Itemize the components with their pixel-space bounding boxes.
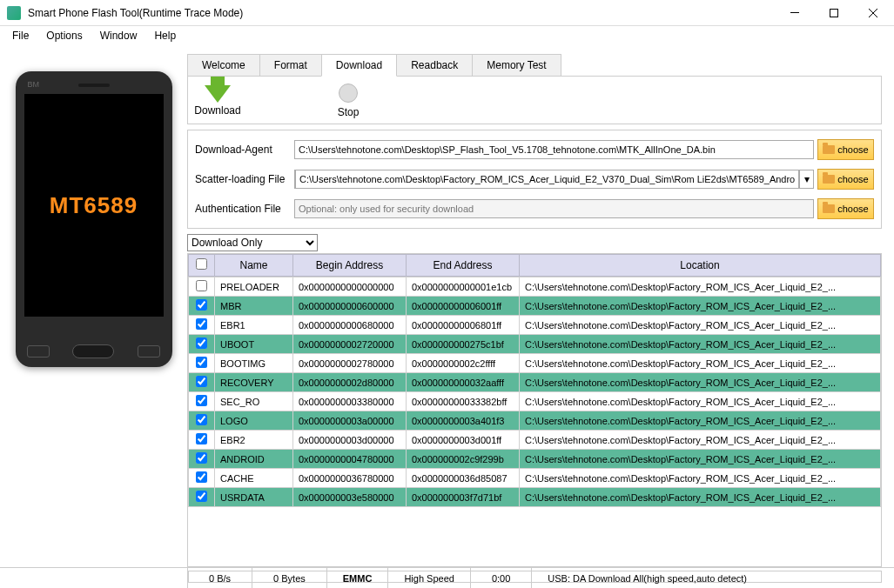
row-location: C:\Users\tehnotone.com\Desktop\Factory_R… [520, 469, 881, 488]
da-choose-button[interactable]: choose [817, 139, 874, 160]
row-end: 0x000000003f7d71bf [407, 488, 520, 507]
row-checkbox[interactable] [196, 299, 207, 311]
col-name[interactable]: Name [215, 255, 293, 277]
row-checkbox[interactable] [196, 471, 207, 483]
auth-choose-button[interactable]: choose [817, 198, 874, 219]
table-row[interactable]: CACHE0x00000000367800000x0000000036d8508… [189, 469, 881, 488]
svg-rect-0 [790, 12, 799, 13]
status-bytes: 0 Bytes [252, 568, 327, 588]
maximize-button[interactable] [814, 0, 853, 25]
row-begin: 0x0000000003d00000 [293, 431, 407, 450]
row-checkbox[interactable] [196, 395, 207, 406]
row-end: 0x00000000033382bff [407, 392, 520, 411]
menu-help[interactable]: Help [145, 28, 185, 43]
table-row[interactable]: BOOTIMG0x00000000027800000x0000000002c2f… [189, 354, 881, 373]
phone-speaker [78, 84, 110, 87]
row-begin: 0x0000000000000000 [293, 277, 407, 297]
row-end: 0x0000000000001e1cb [407, 277, 520, 297]
table-row[interactable]: LOGO0x0000000003a000000x0000000003a401f3… [189, 411, 881, 431]
select-all-checkbox[interactable] [196, 258, 207, 270]
row-checkbox[interactable] [196, 357, 207, 368]
row-location: C:\Users\tehnotone.com\Desktop\Factory_R… [520, 450, 881, 469]
tab-download[interactable]: Download [321, 54, 397, 77]
row-checkbox[interactable] [196, 433, 207, 444]
row-name: ANDROID [215, 450, 293, 469]
phone-screen: MT6589 [24, 94, 164, 317]
svg-rect-1 [830, 9, 837, 17]
titlebar: Smart Phone Flash Tool(Runtime Trace Mod… [0, 0, 894, 26]
row-checkbox[interactable] [196, 414, 207, 425]
row-location: C:\Users\tehnotone.com\Desktop\Factory_R… [520, 411, 881, 431]
menu-hw-button [27, 345, 50, 357]
tab-memory-test[interactable]: Memory Test [472, 54, 561, 76]
row-checkbox[interactable] [196, 491, 207, 502]
row-checkbox[interactable] [196, 452, 207, 464]
row-checkbox[interactable] [196, 280, 207, 291]
row-name: USRDATA [215, 488, 293, 507]
col-begin[interactable]: Begin Address [293, 255, 407, 277]
menu-file[interactable]: File [3, 28, 37, 43]
main-tabs: Welcome Format Download Readback Memory … [187, 54, 882, 77]
status-storage: EMMC [327, 568, 389, 588]
col-location[interactable]: Location [520, 255, 881, 277]
folder-icon [823, 204, 835, 213]
menu-options[interactable]: Options [37, 28, 91, 43]
row-name: SEC_RO [215, 392, 293, 411]
row-end: 0x0000000003d001ff [407, 431, 520, 450]
table-row[interactable]: SEC_RO0x00000000033800000x00000000033382… [189, 392, 881, 411]
device-preview-panel: BM MT6589 [0, 45, 187, 567]
row-begin: 0x0000000002780000 [293, 354, 407, 373]
download-mode-select[interactable]: Download Only [187, 234, 318, 251]
tab-readback[interactable]: Readback [396, 54, 473, 76]
scatter-choose-button[interactable]: choose [817, 169, 874, 190]
row-name: EBR2 [215, 431, 293, 450]
row-end: 0x0000000002c2ffff [407, 354, 520, 373]
menu-window[interactable]: Window [91, 28, 146, 43]
row-begin: 0x0000000000600000 [293, 297, 407, 316]
menubar: File Options Window Help [0, 26, 894, 45]
da-path-input[interactable] [294, 140, 814, 159]
row-end: 0x000000000032aafff [407, 373, 520, 392]
row-name: LOGO [215, 411, 293, 431]
row-end: 0x000000000275c1bf [407, 335, 520, 354]
row-name: UBOOT [215, 335, 293, 354]
statusbar: 0 B/s 0 Bytes EMMC High Speed 0:00 USB: … [0, 567, 894, 588]
phone-hw-buttons [16, 344, 172, 358]
download-arrow-icon [205, 85, 231, 103]
tab-format[interactable]: Format [259, 54, 322, 76]
row-begin: 0x0000000000680000 [293, 316, 407, 335]
tab-welcome[interactable]: Welcome [187, 54, 260, 76]
auth-path-input [294, 199, 814, 218]
app-icon [7, 6, 21, 20]
row-checkbox[interactable] [196, 337, 207, 349]
row-name: EBR1 [215, 316, 293, 335]
scatter-dropdown-button[interactable]: ▾ [799, 170, 813, 188]
phone-brand-label: BM [28, 80, 40, 89]
table-row[interactable]: EBR20x0000000003d000000x0000000003d001ff… [189, 431, 881, 450]
col-end[interactable]: End Address [407, 255, 520, 277]
row-name: RECOVERY [215, 373, 293, 392]
scatter-combo[interactable]: ▾ [294, 170, 814, 189]
table-row[interactable]: UBOOT0x00000000027200000x000000000275c1b… [189, 335, 881, 354]
row-location: C:\Users\tehnotone.com\Desktop\Factory_R… [520, 354, 881, 373]
row-checkbox[interactable] [196, 318, 207, 330]
close-button[interactable] [853, 0, 892, 25]
table-row[interactable]: EBR10x00000000006800000x00000000006801ff… [189, 316, 881, 335]
table-row[interactable]: RECOVERY0x0000000002d800000x000000000032… [189, 373, 881, 392]
row-begin: 0x0000000003380000 [293, 392, 407, 411]
table-row[interactable]: PRELOADER0x00000000000000000x00000000000… [189, 277, 881, 297]
download-action[interactable]: Download [192, 85, 244, 117]
stop-action[interactable]: Stop [322, 84, 374, 118]
status-time: 0:00 [471, 568, 532, 588]
chipset-label: MT6589 [50, 192, 138, 219]
row-name: PRELOADER [215, 277, 293, 297]
table-row[interactable]: MBR0x00000000006000000x00000000006001ffC… [189, 297, 881, 316]
table-header: Name Begin Address End Address Location [189, 255, 881, 277]
row-begin: 0x0000000002d80000 [293, 373, 407, 392]
row-end: 0x00000000006001ff [407, 297, 520, 316]
row-checkbox[interactable] [196, 376, 207, 387]
minimize-button[interactable] [775, 0, 814, 25]
table-row[interactable]: ANDROID0x00000000047800000x000000002c9f2… [189, 450, 881, 469]
table-row[interactable]: USRDATA0x000000003e5800000x000000003f7d7… [189, 488, 881, 507]
scatter-path-input[interactable] [295, 170, 799, 189]
